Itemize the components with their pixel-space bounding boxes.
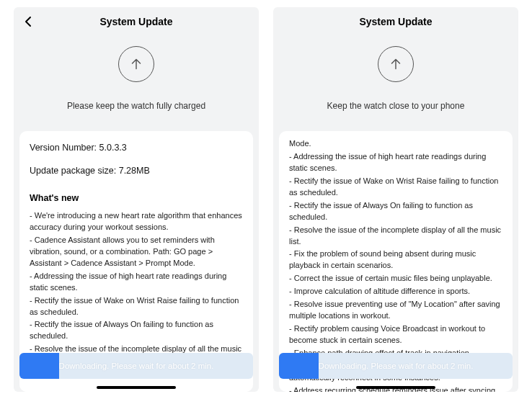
progress-fill: [279, 353, 319, 379]
progress-fill: [19, 353, 59, 379]
page-title: System Update: [359, 16, 432, 27]
version-number: Version Number: 5.0.3.3: [30, 143, 243, 153]
release-note-item: - Rectify the issue of Wake on Wrist Rai…: [30, 295, 243, 318]
release-note-item: - Correct the issue of certain music fil…: [289, 273, 502, 284]
release-note-item: - Improve calculation of altitude differ…: [289, 286, 502, 297]
title-bar: System Update: [273, 7, 518, 36]
title-bar: System Update: [14, 7, 259, 36]
package-size: Update package size: 7.28MB: [30, 166, 243, 176]
download-label: Downloading. Please wait for about 2 min…: [59, 362, 214, 370]
release-note-item: - Addressing the issue of high heart rat…: [289, 151, 502, 174]
hero-section: Please keep the watch fully charged: [14, 36, 259, 124]
download-label: Downloading. Please wait for about 2 min…: [319, 362, 474, 370]
home-indicator[interactable]: [356, 386, 435, 389]
hero-message: Please keep the watch fully charged: [67, 101, 205, 111]
upload-arrow-icon: [118, 46, 154, 82]
download-progress-bar[interactable]: Downloading. Please wait for about 2 min…: [19, 353, 253, 379]
phone-screen-left: System Update Please keep the watch full…: [14, 7, 259, 392]
release-note-item: - Rectify problem causing Voice Broadcas…: [289, 323, 502, 346]
release-note-item: Mode.: [289, 138, 502, 150]
back-icon[interactable]: [22, 16, 34, 27]
release-note-item: - Resolve the issue of the incomplete di…: [289, 225, 502, 248]
release-note-item: - Rectify the issue of Always On failing…: [289, 200, 502, 223]
release-note-item: - Fix the problem of sound being absent …: [289, 248, 502, 272]
hero-section: Keep the watch close to your phone: [273, 36, 518, 124]
release-note-item: - Cadence Assistant allows you to set re…: [30, 235, 243, 269]
upload-arrow-icon: [378, 46, 414, 82]
release-note-item: - We're introducing a new heart rate alg…: [30, 210, 243, 233]
whats-new-heading: What's new: [30, 193, 243, 203]
phone-screen-right: System Update Keep the watch close to yo…: [273, 7, 518, 392]
fade-overlay: [19, 377, 253, 392]
release-notes[interactable]: - We're introducing a new heart rate alg…: [30, 210, 243, 369]
hero-message: Keep the watch close to your phone: [327, 101, 465, 111]
release-note-item: - Addressing the issue of high heart rat…: [30, 271, 243, 294]
page-title: System Update: [99, 16, 172, 27]
release-note-item: - Rectify the issue of Always On failing…: [30, 319, 243, 342]
home-indicator[interactable]: [97, 386, 176, 389]
release-note-item: - Resolve issue preventing use of "My Lo…: [289, 299, 502, 322]
release-note-item: - Rectify the issue of Wake on Wrist Rai…: [289, 176, 502, 199]
download-progress-bar[interactable]: Downloading. Please wait for about 2 min…: [279, 353, 513, 379]
